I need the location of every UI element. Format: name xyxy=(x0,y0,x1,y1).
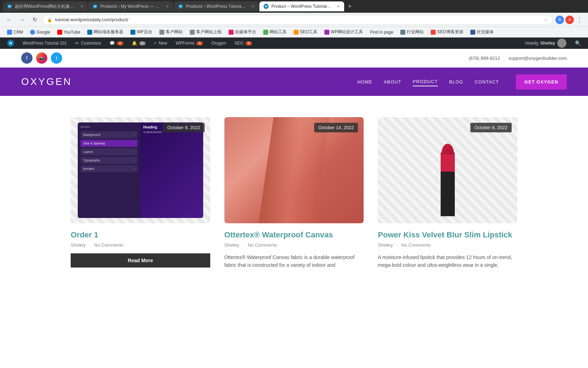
bookmark-favicon-industry xyxy=(400,30,405,35)
arrow-icon-3: › xyxy=(134,150,135,154)
wp-panel-header: Section xyxy=(81,125,138,128)
tab-title-1: 超好用WordPress网站主机服务… xyxy=(15,4,75,10)
wp-ui-screenshot: Section Background › Size & Spacing › xyxy=(78,122,203,218)
nav-contact[interactable]: CONTACT xyxy=(475,78,499,86)
tab-2[interactable]: W Products ‹ My WordPress — W… ✕ xyxy=(88,1,173,11)
bookmark-media[interactable]: 自媒体平台 xyxy=(226,28,259,36)
bookmark-favicon-crm xyxy=(7,30,12,35)
wp-wpforms[interactable]: WPForms 6 xyxy=(171,38,207,49)
bookmark-label-find: Find in page xyxy=(370,30,393,35)
wp-logo-item[interactable]: W xyxy=(3,38,18,49)
new-tab-button[interactable]: + xyxy=(345,1,355,11)
wp-site-name[interactable]: WordPress Tutorial 101 xyxy=(18,38,71,49)
product-date-badge-1: October 9, 2022 xyxy=(163,123,204,132)
nav-cta-button[interactable]: GET OXYGEN xyxy=(516,74,567,90)
product-image-3[interactable]: October 8, 2022 xyxy=(378,117,517,223)
product-author-2: Shelley xyxy=(224,242,240,248)
arrow-icon: › xyxy=(134,133,135,137)
product-excerpt-2: Ottertex® Waterproof Canvas fabric is a … xyxy=(224,253,364,269)
tab-close-2[interactable]: ✕ xyxy=(166,4,169,9)
instagram-icon[interactable]: 📷 xyxy=(36,52,47,64)
wp-new[interactable]: + New xyxy=(150,38,171,49)
wp-search-icon[interactable]: 🔍 xyxy=(571,40,585,46)
product-comments-2: No Comments xyxy=(248,242,277,248)
site-logo[interactable]: OXYGEN xyxy=(21,76,357,87)
tab-title-4: Product – WordPress Tutorial 1… xyxy=(271,4,332,9)
read-more-button-1[interactable]: Read More xyxy=(71,253,210,268)
bookmark-label-wp-backend: WP后台 xyxy=(137,29,152,35)
wp-comments[interactable]: 💬 8 xyxy=(105,38,128,49)
facebook-icon[interactable]: f xyxy=(21,52,33,64)
back-button[interactable]: ← xyxy=(4,15,14,25)
nav-about[interactable]: ABOUT xyxy=(384,78,401,86)
arrow-icon-5: › xyxy=(134,167,135,171)
tab-close-3[interactable]: ✕ xyxy=(251,4,254,9)
bookmark-tools[interactable]: 网站工具 xyxy=(260,28,289,36)
nav-product[interactable]: PRODUCT xyxy=(413,77,438,86)
arrow-icon-4: › xyxy=(134,159,135,162)
product-comments-3: No Comments xyxy=(401,242,431,248)
bookmark-favicon-seo-tools xyxy=(294,30,299,35)
product-grid: Section Background › Size & Spacing › xyxy=(71,117,517,276)
star-icon[interactable]: ☆ xyxy=(543,17,548,23)
bookmark-label-crm: CRM xyxy=(13,30,23,35)
wp-howdy[interactable]: Howdy, Shelley xyxy=(521,39,571,48)
bookmark-find-in-page[interactable]: Find in page xyxy=(367,29,396,35)
extensions-icon[interactable]: G xyxy=(555,16,564,24)
forward-button[interactable]: → xyxy=(17,15,27,25)
contact-email[interactable]: support@oxygenbuilder.com xyxy=(508,56,567,61)
tab-1[interactable]: W 超好用WordPress网站主机服务… ✕ xyxy=(3,1,88,11)
wp-updates[interactable]: 🔔 0 xyxy=(128,38,150,49)
nav-right-icons: G A ⋮ xyxy=(555,16,584,24)
wp-updates-badge: 0 xyxy=(139,41,146,45)
wp-panel-layout: Layout › xyxy=(81,148,138,155)
bookmark-label-google: Google xyxy=(36,30,50,35)
product-title-3[interactable]: Power Kiss Velvet Blur Slim Lipstick xyxy=(378,230,517,240)
bookmark-favicon-domain xyxy=(87,30,92,35)
bookmark-industry[interactable]: 行业网站 xyxy=(398,28,427,36)
nav-home[interactable]: HOME xyxy=(357,78,372,86)
tab-close-4[interactable]: ✕ xyxy=(337,4,340,9)
bookmark-favicon-design-tools xyxy=(324,30,329,35)
tab-title-2: Products ‹ My WordPress — W… xyxy=(100,4,161,9)
bookmark-label-domain: 网站域名服务器 xyxy=(94,29,123,35)
wp-seo-label: SEO xyxy=(235,41,243,46)
product-image-1[interactable]: Section Background › Size & Spacing › xyxy=(71,117,210,223)
wp-customize[interactable]: ✏ Customize xyxy=(71,38,105,49)
tab-4[interactable]: W Product – WordPress Tutorial 1… ✕ xyxy=(259,1,344,11)
product-dot-2: · xyxy=(243,242,244,248)
bookmark-domain[interactable]: 网站域名服务器 xyxy=(84,28,126,36)
wp-admin-right: Howdy, Shelley 🔍 xyxy=(521,39,586,48)
bookmark-youtube[interactable]: YouTube xyxy=(54,29,83,35)
bookmark-seo-blog[interactable]: SEO博客资源 xyxy=(428,28,466,36)
bookmark-client-online[interactable]: 客户网站上线 xyxy=(187,28,224,36)
bookmark-crm[interactable]: CRM xyxy=(4,29,26,35)
tab-favicon-1: W xyxy=(7,4,12,9)
wp-seo[interactable]: SEO 5 xyxy=(230,38,256,49)
bookmark-client-site[interactable]: 客户网站 xyxy=(157,28,186,36)
nav-blog[interactable]: BLOG xyxy=(449,78,463,86)
tab-3[interactable]: W Products ‹ WordPress Tutorial… ✕ xyxy=(174,1,259,11)
bookmark-seo-tools[interactable]: SEO工具 xyxy=(291,28,320,36)
howdy-label: Howdy, Shelley xyxy=(525,41,555,46)
reload-button[interactable]: ↻ xyxy=(30,15,40,25)
bookmark-google[interactable]: Google xyxy=(27,29,53,35)
wp-oxygen[interactable]: Oxygen xyxy=(207,38,230,49)
product-image-2[interactable]: October 14, 2022 xyxy=(224,117,364,223)
profile-icon[interactable]: A xyxy=(565,16,574,24)
tab-close-1[interactable]: ✕ xyxy=(80,4,83,9)
product-title-1[interactable]: Order 1 xyxy=(71,230,210,240)
more-menu-icon[interactable]: ⋮ xyxy=(575,16,584,24)
twitter-icon[interactable]: t xyxy=(51,52,62,64)
wp-oxygen-label: Oxygen xyxy=(211,41,226,46)
address-bar[interactable]: 🔒 tutorial.wordpressdaily.com/product/ ☆ xyxy=(42,15,553,25)
wp-comments-badge: 8 xyxy=(117,41,123,45)
address-text: tutorial.wordpressdaily.com/product/ xyxy=(55,17,541,22)
bookmark-design-tools[interactable]: WP网站设计工具 xyxy=(322,28,366,36)
wp-customize-label: Customize xyxy=(81,41,101,46)
bookmark-label-client-online: 客户网站上线 xyxy=(196,29,222,35)
bookmark-social[interactable]: 社交媒体 xyxy=(468,28,496,36)
bookmark-wp-backend[interactable]: WP后台 xyxy=(128,28,155,36)
wp-panel: Section Background › Size & Spacing › xyxy=(78,122,141,218)
product-title-2[interactable]: Ottertex® Waterproof Canvas xyxy=(224,230,364,240)
